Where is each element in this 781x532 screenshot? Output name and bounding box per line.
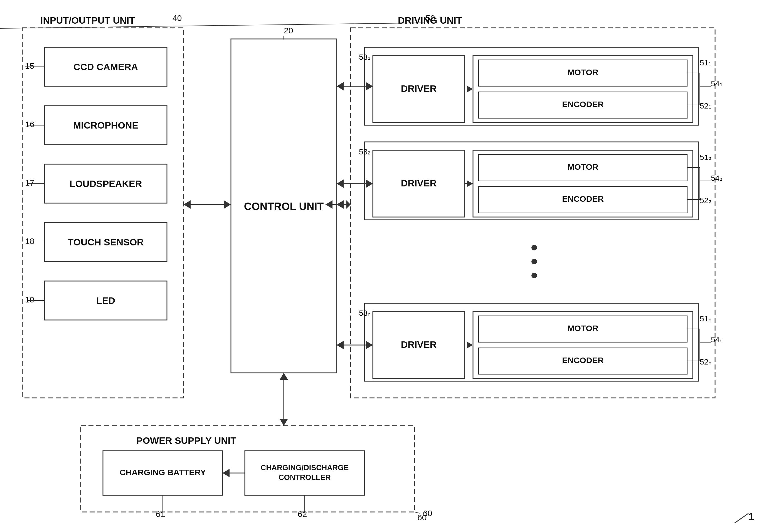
svg-text:ENCODER: ENCODER (562, 194, 604, 203)
svg-marker-106 (366, 82, 373, 90)
svg-text:62: 62 (298, 509, 307, 519)
svg-text:INPUT/OUTPUT UNIT: INPUT/OUTPUT UNIT (40, 15, 135, 26)
svg-marker-103 (467, 342, 473, 349)
svg-point-79 (531, 245, 537, 250)
svg-text:53ₙ: 53ₙ (359, 309, 371, 318)
svg-rect-1 (351, 28, 715, 398)
svg-rect-86 (479, 316, 687, 342)
svg-rect-66 (473, 150, 693, 217)
svg-text:60: 60 (423, 508, 432, 518)
svg-text:POWER SUPPLY UNIT: POWER SUPPLY UNIT (136, 435, 236, 446)
svg-text:LOUDSPEAKER: LOUDSPEAKER (70, 178, 142, 189)
svg-text:17: 17 (25, 178, 34, 187)
svg-text:53₂: 53₂ (359, 148, 371, 156)
svg-marker-43 (326, 200, 332, 209)
svg-rect-47 (365, 47, 698, 125)
svg-marker-45 (280, 373, 288, 380)
svg-text:54ₙ: 54ₙ (711, 335, 723, 344)
svg-text:16: 16 (25, 120, 34, 129)
svg-rect-53 (479, 92, 687, 118)
svg-line-8 (0, 23, 425, 28)
svg-marker-37 (183, 200, 191, 209)
svg-rect-83 (373, 312, 465, 378)
svg-text:1: 1 (748, 511, 754, 523)
svg-marker-109 (366, 179, 373, 188)
svg-rect-64 (373, 150, 465, 217)
svg-marker-41 (346, 200, 351, 209)
svg-text:20: 20 (284, 26, 293, 35)
svg-text:51₁: 51₁ (700, 58, 711, 67)
svg-text:40: 40 (172, 13, 182, 23)
svg-text:52ₙ: 52ₙ (700, 358, 711, 366)
svg-marker-40 (337, 200, 343, 209)
svg-text:ENCODER: ENCODER (562, 356, 604, 365)
svg-rect-24 (44, 222, 167, 261)
svg-text:TOUCH SENSOR: TOUCH SENSOR (68, 237, 143, 247)
svg-rect-69 (479, 187, 687, 213)
svg-rect-82 (365, 303, 698, 381)
svg-marker-99 (467, 86, 473, 92)
svg-text:ENCODER: ENCODER (562, 99, 604, 109)
svg-text:54₂: 54₂ (711, 174, 723, 182)
svg-text:61: 61 (156, 509, 165, 519)
svg-text:19: 19 (25, 295, 34, 304)
svg-rect-51 (479, 60, 687, 86)
svg-marker-105 (337, 82, 343, 90)
svg-text:15: 15 (25, 61, 34, 70)
svg-text:MOTOR: MOTOR (567, 68, 598, 77)
svg-rect-20 (44, 164, 167, 203)
svg-text:53₁: 53₁ (359, 53, 371, 62)
svg-rect-28 (44, 281, 167, 320)
svg-rect-63 (365, 142, 698, 220)
svg-text:CHARGING BATTERY: CHARGING BATTERY (120, 468, 206, 477)
svg-text:CONTROLLER: CONTROLLER (279, 473, 331, 482)
svg-rect-16 (44, 106, 167, 145)
svg-text:52₂: 52₂ (700, 196, 711, 205)
svg-line-127 (735, 514, 748, 523)
svg-rect-50 (473, 56, 693, 122)
svg-text:CONTROL UNIT: CONTROL UNIT (244, 201, 324, 212)
svg-text:LED: LED (96, 295, 115, 306)
svg-text:DRIVER: DRIVER (401, 178, 437, 189)
svg-text:MOTOR: MOTOR (567, 162, 598, 171)
svg-rect-85 (473, 312, 693, 378)
svg-text:51ₙ: 51ₙ (700, 315, 711, 323)
svg-rect-48 (373, 56, 465, 122)
svg-text:DRIVER: DRIVER (401, 83, 437, 94)
svg-marker-38 (224, 200, 231, 209)
diagram-arrows: INPUT/OUTPUT UNIT 40 DRIVING UNIT 50 POW… (0, 0, 781, 532)
svg-marker-111 (337, 341, 343, 349)
svg-text:MOTOR: MOTOR (567, 324, 598, 333)
svg-text:MICROPHONE: MICROPHONE (73, 120, 138, 130)
svg-rect-113 (103, 451, 222, 495)
svg-text:50: 50 (426, 13, 435, 23)
svg-point-81 (531, 273, 537, 278)
svg-text:DRIVING UNIT: DRIVING UNIT (398, 15, 462, 26)
svg-text:52₁: 52₁ (700, 101, 711, 110)
svg-rect-32 (231, 39, 337, 373)
svg-text:CHARGING/DISCHARGE: CHARGING/DISCHARGE (261, 463, 349, 472)
svg-marker-46 (280, 419, 288, 426)
svg-point-80 (531, 259, 537, 264)
svg-marker-108 (337, 179, 343, 188)
svg-text:18: 18 (25, 237, 34, 246)
svg-text:CCD CAMERA: CCD CAMERA (74, 62, 138, 72)
svg-text:51₂: 51₂ (700, 153, 711, 162)
svg-text:54₁: 54₁ (711, 79, 723, 88)
svg-marker-112 (366, 341, 373, 349)
svg-rect-2 (81, 426, 415, 512)
diagram-container: INPUT/OUTPUT UNIT 40 DRIVING UNIT 50 POW… (0, 0, 781, 532)
svg-rect-0 (22, 28, 183, 398)
svg-marker-121 (222, 469, 230, 477)
svg-text:DRIVER: DRIVER (401, 339, 437, 350)
svg-text:60: 60 (417, 513, 426, 522)
svg-line-125 (415, 512, 420, 514)
svg-rect-11 (44, 47, 167, 86)
svg-rect-88 (479, 348, 687, 374)
svg-rect-116 (245, 451, 365, 495)
svg-rect-67 (479, 155, 687, 181)
svg-marker-101 (467, 180, 473, 187)
